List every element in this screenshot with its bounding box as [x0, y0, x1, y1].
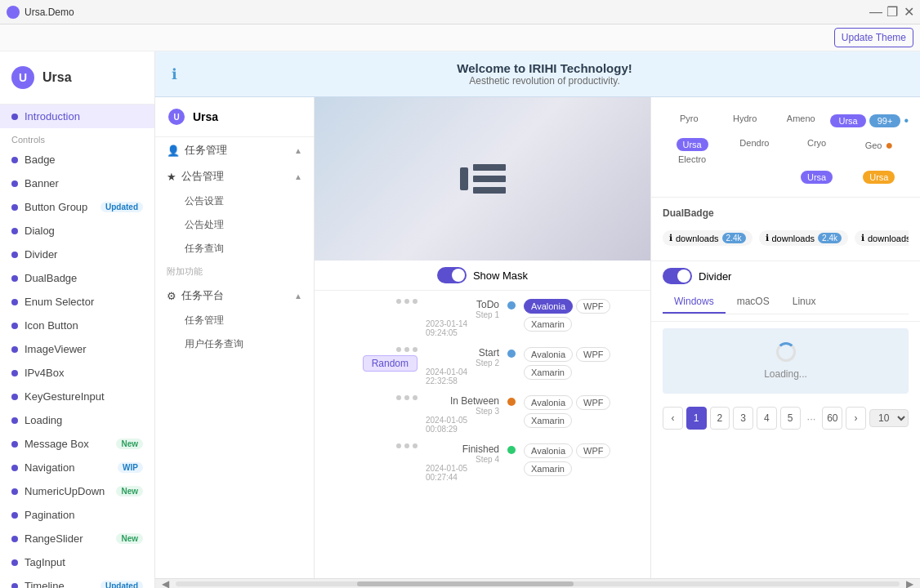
- timeline-item-start: Random Start Step 2 2024-01-04 22:32:58 …: [328, 347, 637, 385]
- sidebar-item-enum-selector[interactable]: Enum Selector: [0, 290, 154, 314]
- dual-badge-3: ℹ downloads 2.4k: [855, 230, 909, 246]
- sidebar-item-dual-badge[interactable]: DualBadge: [0, 266, 154, 290]
- sidebar-label-navigation: Navigation: [25, 461, 74, 474]
- sidebar-item-timeline[interactable]: Timeline Updated: [0, 574, 154, 588]
- timeline-step-todo: Step 1: [476, 310, 499, 319]
- tree-item-task-management[interactable]: 👤 任务管理 ▲: [155, 137, 314, 163]
- show-mask-toggle[interactable]: [437, 267, 467, 283]
- scroll-left-button[interactable]: ◀: [159, 578, 172, 589]
- sidebar-item-badge[interactable]: Badge: [0, 148, 154, 172]
- sidebar-item-banner[interactable]: Banner: [0, 172, 154, 195]
- close-button[interactable]: ✕: [904, 7, 913, 17]
- random-button[interactable]: Random: [363, 355, 418, 372]
- timeline-item-finished-left: [328, 443, 418, 448]
- sidebar-dot-ipv4box: [11, 370, 18, 376]
- sidebar-badge-numeric-up-down: New: [116, 486, 143, 497]
- scrollbar-track: [176, 581, 900, 586]
- dual-badge-count-2: 2.4k: [818, 233, 842, 243]
- cryo-label: Cryo: [807, 138, 826, 148]
- badge-item-ursa-1: Ursa 99+ •: [830, 114, 909, 128]
- tag-avalonia-finished[interactable]: Avalonia: [524, 443, 573, 458]
- timeline-todo-info: ToDo Step 1 2023-01-14 09:24:05: [426, 299, 499, 337]
- timeline-item-between-left: [328, 395, 418, 400]
- tag-xamarin-start[interactable]: Xamarin: [524, 365, 572, 380]
- sidebar-item-loading[interactable]: Loading: [0, 408, 154, 432]
- sidebar-label-badge: Badge: [25, 154, 56, 166]
- pagination-page-2-button[interactable]: 2: [710, 407, 730, 430]
- ursa-badge-2: Ursa: [801, 171, 833, 184]
- sidebar-item-button-group[interactable]: Button Group Updated: [0, 195, 154, 219]
- pagination-page-4-button[interactable]: 4: [757, 407, 777, 430]
- pagination-page-60-button[interactable]: 60: [822, 407, 842, 430]
- sidebar-item-icon-button[interactable]: Icon Button: [0, 314, 154, 337]
- pagination-ellipsis: ···: [804, 412, 820, 425]
- divider-toggle[interactable]: [663, 268, 692, 284]
- restore-button[interactable]: ❐: [887, 7, 897, 17]
- sidebar-item-range-slider[interactable]: RangeSlider New: [0, 527, 154, 550]
- tag-xamarin-finished[interactable]: Xamarin: [524, 461, 572, 476]
- sidebar-dot-numeric-up-down: [11, 488, 18, 495]
- tree-sub-item-announcement-settings[interactable]: 公告设置: [155, 189, 314, 213]
- tree-sub-item-user-task-query[interactable]: 用户任务查询: [155, 332, 314, 356]
- timeline-step-finished: Step 4: [476, 455, 499, 464]
- sidebar-item-tag-input[interactable]: TagInput: [0, 550, 154, 574]
- tab-linux[interactable]: Linux: [781, 291, 828, 314]
- hydro-label: Hydro: [733, 114, 757, 123]
- sidebar-dot-navigation: [11, 465, 18, 471]
- timeline: ToDo Step 1 2023-01-14 09:24:05 Avalonia…: [315, 291, 650, 578]
- tab-windows[interactable]: Windows: [663, 291, 726, 314]
- tree-item-announcement-management[interactable]: ★ 公告管理 ▲: [155, 163, 314, 189]
- pagination-page-1-button[interactable]: 1: [686, 407, 707, 430]
- tree-sub-item-announcement-processing[interactable]: 公告处理: [155, 213, 314, 237]
- tree-item-task-platform[interactable]: ⚙ 任务平台 ▲: [155, 283, 314, 309]
- sidebar-badge-navigation: WIP: [118, 462, 143, 473]
- pagination-next-button[interactable]: ›: [846, 407, 866, 430]
- dot-7: [396, 395, 401, 400]
- badge-item-ursa-3: Ursa: [850, 171, 909, 184]
- tree-sub-item-task-query[interactable]: 任务查询: [155, 237, 314, 261]
- sidebar-label-introduction: Introduction: [25, 110, 80, 122]
- sidebar-item-divider[interactable]: Divider: [0, 243, 154, 266]
- dot-4: [396, 347, 401, 352]
- sidebar-item-introduction[interactable]: Introduction: [0, 105, 154, 128]
- sidebar-item-image-viewer[interactable]: ImageViewer: [0, 337, 154, 361]
- sidebar-item-message-box[interactable]: Message Box New: [0, 432, 154, 456]
- count-badge: 99+: [869, 114, 901, 127]
- scrollbar-thumb[interactable]: [357, 581, 574, 586]
- pagination-per-page-select[interactable]: 10 20 50: [869, 409, 909, 427]
- dual-badge-icon-1: ℹ: [669, 233, 672, 243]
- tag-avalonia-between[interactable]: Avalonia: [524, 395, 573, 410]
- scroll-right-button[interactable]: ▶: [903, 578, 917, 589]
- tag-xamarin-todo[interactable]: Xamarin: [524, 317, 572, 332]
- timeline-indicator-todo: [507, 301, 516, 310]
- banner-info-icon: ℹ: [172, 65, 177, 83]
- tag-avalonia-todo[interactable]: Avalonia: [524, 299, 573, 314]
- sidebar-item-ipv4box[interactable]: IPv4Box: [0, 361, 154, 385]
- tag-wpf-finished[interactable]: WPF: [576, 443, 610, 458]
- sidebar-item-numeric-up-down[interactable]: NumericUpDown New: [0, 479, 154, 503]
- sidebar-badge-message-box: New: [116, 439, 143, 449]
- dual-badge-row: ℹ downloads 2.4k ℹ downloads 2.4k ℹ: [663, 225, 909, 251]
- tag-wpf-todo[interactable]: WPF: [576, 299, 610, 314]
- minimize-button[interactable]: —: [871, 7, 881, 17]
- sidebar-section-controls: Controls: [0, 128, 154, 148]
- sidebar-item-dialog[interactable]: Dialog: [0, 219, 154, 243]
- sidebar-item-pagination[interactable]: Pagination: [0, 503, 154, 527]
- sidebar-item-navigation[interactable]: Navigation WIP: [0, 456, 154, 479]
- pagination-page-3-button[interactable]: 3: [733, 407, 753, 430]
- timeline-date-finished: 2024-01-05 00:27:44: [426, 464, 499, 482]
- sidebar-label-button-group: Button Group: [25, 201, 87, 213]
- tree-sub-item-task-management-2[interactable]: 任务管理: [155, 309, 314, 332]
- tag-wpf-between[interactable]: WPF: [576, 395, 610, 410]
- sidebar-item-key-gesture-input[interactable]: KeyGestureInput: [0, 385, 154, 408]
- sidebar-dot-enum-selector: [11, 299, 18, 305]
- pagination-prev-button[interactable]: ‹: [663, 407, 683, 430]
- tag-xamarin-between[interactable]: Xamarin: [524, 413, 572, 428]
- tag-wpf-start[interactable]: WPF: [576, 347, 610, 362]
- pagination-page-5-button[interactable]: 5: [780, 407, 801, 430]
- tag-avalonia-start[interactable]: Avalonia: [524, 347, 573, 362]
- timeline-item-finished: Finished Step 4 2024-01-05 00:27:44 Aval…: [328, 443, 637, 482]
- update-theme-button[interactable]: Update Theme: [834, 28, 913, 47]
- random-row: Random: [363, 355, 418, 372]
- tab-macos[interactable]: macOS: [726, 291, 781, 314]
